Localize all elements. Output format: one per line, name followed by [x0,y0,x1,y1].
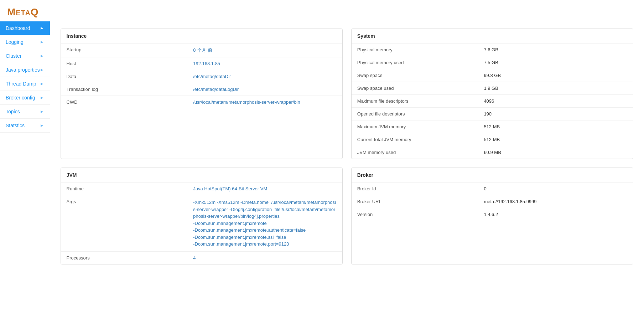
table-row: Runtime Java HotSpot(TM) 64-Bit Server V… [61,182,342,195]
bottom-row: JVM Runtime Java HotSpot(TM) 64-Bit Serv… [61,168,633,264]
instance-title: Instance [61,29,342,43]
chevron-right-icon: ► [40,123,44,128]
chevron-right-icon: ► [40,67,44,72]
table-row: Processors 4 [61,251,342,264]
table-row: Maximum JVM memory 512 MB [352,120,633,133]
table-row: Startup 8 个月 前 [61,43,342,57]
table-row: Swap space 99.8 GB [352,69,633,82]
table-row: Version 1.4.6.2 [352,208,633,221]
table-row: Transaction log /etc/metaq/dataLogDir [61,83,342,96]
sidebar-label-thread-dump: Thread Dump [6,81,36,87]
chevron-right-icon: ► [40,40,44,45]
main-content: Instance Startup 8 个月 前 Host 192.168.1.8… [50,21,644,317]
jvm-title: JVM [61,168,342,182]
system-card: System Physical memory 7.6 GB Physical m… [351,29,633,159]
table-row: Physical memory 7.6 GB [352,43,633,56]
chevron-right-icon: ► [40,95,44,100]
sidebar-item-logging[interactable]: Logging ► [0,35,50,49]
table-row: Physical memory used 7.5 GB [352,56,633,69]
jvm-args-value: -Xmx512m -Xms512m -Dmeta.home=/usr/local… [193,200,336,247]
sidebar-item-dashboard[interactable]: Dashboard ► [0,21,50,35]
sidebar: Dashboard ► Logging ► Cluster ► Java pro… [0,21,50,317]
table-row: CWD /usr/local/metam/metamorphosis-serve… [61,96,342,109]
table-row: Swap space used 1.9 GB [352,82,633,95]
table-row: Host 192.168.1.85 [61,57,342,70]
instance-card: Instance Startup 8 个月 前 Host 192.168.1.8… [61,29,343,159]
chevron-right-icon: ► [40,109,44,114]
sidebar-item-thread-dump[interactable]: Thread Dump ► [0,77,50,91]
sidebar-label-java-properties: Java properties [6,67,40,73]
jvm-card: JVM Runtime Java HotSpot(TM) 64-Bit Serv… [61,168,343,264]
system-title: System [352,29,633,43]
table-row: Broker Id 0 [352,182,633,195]
sidebar-label-statstics: Statstics [6,123,25,128]
logo: MetaQ [0,0,644,21]
table-row: Maximum file descriptors 4096 [352,95,633,108]
table-row: Args -Xmx512m -Xms512m -Dmeta.home=/usr/… [61,195,342,252]
table-row: Data /etc/metaq/dataDir [61,70,342,83]
table-row: Broker URI meta://192.168.1.85:9999 [352,195,633,208]
broker-card: Broker Broker Id 0 Broker URI meta://192… [351,168,633,264]
sidebar-item-topics[interactable]: Topics ► [0,105,50,119]
sidebar-item-statstics[interactable]: Statstics ► [0,119,50,133]
sidebar-label-topics: Topics [6,109,20,114]
chevron-right-icon: ► [40,81,44,86]
sidebar-item-cluster[interactable]: Cluster ► [0,49,50,63]
sidebar-label-logging: Logging [6,39,24,45]
table-row: JVM memory used 60.9 MB [352,146,633,159]
chevron-right-icon: ► [40,26,44,31]
sidebar-item-broker-config[interactable]: Broker config ► [0,91,50,105]
sidebar-label-broker-config: Broker config [6,95,35,101]
top-row: Instance Startup 8 个月 前 Host 192.168.1.8… [61,29,633,159]
sidebar-item-java-properties[interactable]: Java properties ► [0,63,50,77]
sidebar-label-cluster: Cluster [6,53,21,59]
sidebar-label-dashboard: Dashboard [6,25,30,31]
chevron-right-icon: ► [40,53,44,58]
table-row: Current total JVM memory 512 MB [352,133,633,146]
table-row: Opened file descriptors 190 [352,108,633,120]
broker-title: Broker [352,168,633,182]
